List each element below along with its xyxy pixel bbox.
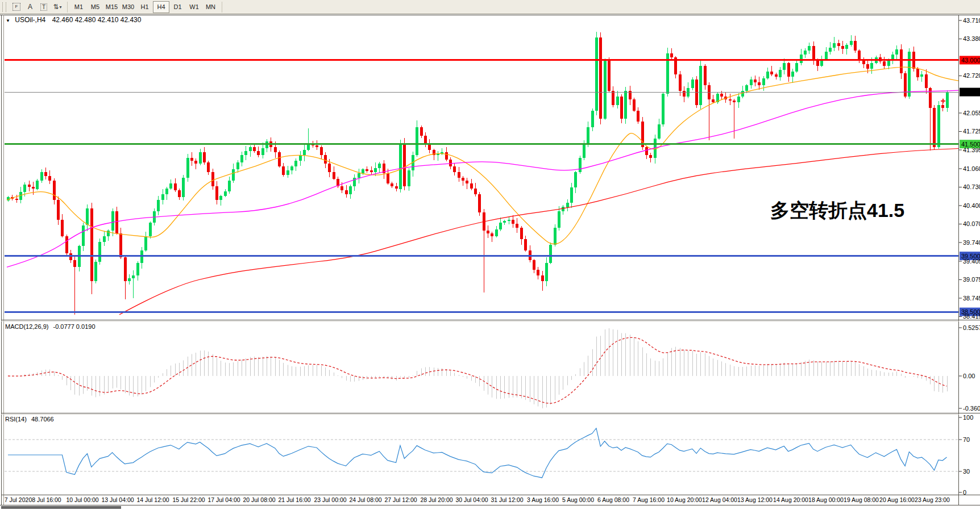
candle-body xyxy=(791,72,794,77)
candle-body xyxy=(82,225,85,246)
candle-body xyxy=(608,60,611,91)
macd-indicator: 0.52570.00-0.3603 xyxy=(8,324,980,412)
f-glyph: F xyxy=(13,3,20,11)
candle-body xyxy=(149,223,152,237)
tf-button-w1[interactable]: W1 xyxy=(186,1,202,13)
candle-body xyxy=(408,170,410,186)
text-label-icon[interactable]: A xyxy=(23,1,37,13)
candle-body xyxy=(186,158,189,178)
time-axis-label: 31 Jul 12:00 xyxy=(491,496,523,503)
candle-body xyxy=(474,189,477,194)
candle-body xyxy=(57,200,60,220)
candle-body xyxy=(866,64,869,68)
tf-button-m5[interactable]: M5 xyxy=(87,1,103,13)
candle-body xyxy=(549,245,552,263)
rsi-tick-label: 70 xyxy=(963,436,970,443)
candle-body xyxy=(699,66,702,105)
time-axis-label: 19 Aug 08:00 xyxy=(844,496,879,503)
axis-tick-label: 38.745 xyxy=(963,295,980,302)
candle-body xyxy=(649,155,652,158)
candle-body xyxy=(299,155,302,161)
cursor-mode-icon[interactable]: ⇅ ▾ xyxy=(51,1,64,13)
candle-body xyxy=(128,278,131,281)
time-axis-label: 15 Jul 22:00 xyxy=(172,496,205,503)
candle-body xyxy=(620,97,623,119)
candle-body xyxy=(787,63,790,77)
candle-body xyxy=(645,147,648,156)
candle-body xyxy=(829,48,832,52)
time-axis-label: 7 Aug 16:00 xyxy=(633,496,665,503)
rsi-tick-label: 100 xyxy=(963,414,973,421)
candle-body xyxy=(946,92,949,108)
candle-body xyxy=(437,154,439,156)
axis-tick-label: 38.415 xyxy=(963,313,980,320)
candlestick-series xyxy=(7,32,949,315)
candle-body xyxy=(53,181,56,200)
moving-average-lines xyxy=(7,67,959,315)
candle-body xyxy=(937,105,940,147)
candle-body xyxy=(520,228,523,239)
text-box-icon[interactable]: T xyxy=(37,1,51,13)
axis-tick-label: 43.710 xyxy=(963,17,980,24)
trade-markers xyxy=(941,99,945,103)
candle-body xyxy=(215,186,218,200)
dropdown-arrow-icon[interactable]: ▾ xyxy=(60,5,62,10)
mt4-window: 0.52570.00-0.3603 10070300 43.00041.5003… xyxy=(0,0,980,510)
candle-body xyxy=(161,194,164,200)
candle-body xyxy=(199,152,202,164)
candle-body xyxy=(925,74,928,89)
collapse-icon[interactable]: ▼ xyxy=(6,18,10,23)
candle-body xyxy=(503,221,506,223)
candle-body xyxy=(182,178,185,198)
tf-button-h4[interactable]: H4 xyxy=(153,1,169,13)
period-properties-icon[interactable]: F xyxy=(10,1,23,13)
candle-body xyxy=(895,49,898,55)
tf-button-d1[interactable]: D1 xyxy=(169,1,186,13)
candle-body xyxy=(345,190,348,194)
rsi-label: RSI(14) 48.7066 xyxy=(5,416,54,423)
tf-button-mn[interactable]: MN xyxy=(202,1,219,13)
time-axis-label: 21 Jul 16:00 xyxy=(278,496,310,503)
axis-tick-label: 42.055 xyxy=(963,110,980,116)
horizontal-scrollbar-thumb[interactable] xyxy=(1,506,121,509)
candle-body xyxy=(733,101,736,102)
candle-body xyxy=(124,257,127,281)
tf-button-h1[interactable]: H1 xyxy=(136,1,153,13)
candle-body xyxy=(579,158,582,172)
candle-body xyxy=(833,43,836,47)
candle-body xyxy=(61,220,64,237)
candle-body xyxy=(211,172,214,186)
tf-button-m1[interactable]: M1 xyxy=(70,1,87,13)
time-axis-label: 10 Jul 00:00 xyxy=(66,496,98,503)
candle-body xyxy=(812,46,815,60)
candle-body xyxy=(73,260,76,267)
candle-body xyxy=(387,173,389,183)
tf-button-m15[interactable]: M15 xyxy=(103,1,120,13)
candle-body xyxy=(679,74,682,91)
toolbar: F A T ⇅ ▾ M1 M5 M15 M30 H1 H4 D1 W1 MN xyxy=(0,0,980,14)
candle-body xyxy=(23,185,26,193)
candle-body xyxy=(491,233,493,236)
candle-body xyxy=(516,224,518,228)
candle-body xyxy=(358,173,360,177)
candle-body xyxy=(524,239,527,250)
candle-body xyxy=(424,136,427,144)
time-axis-label: 28 Jul 20:00 xyxy=(420,496,452,503)
toolbar-grip[interactable] xyxy=(2,2,6,12)
candle-body xyxy=(416,127,418,155)
candle-body xyxy=(574,172,577,187)
candle-body xyxy=(111,211,114,231)
rsi-line xyxy=(8,428,947,478)
tf-button-m30[interactable]: M30 xyxy=(120,1,136,13)
time-axis-label: 20 Jul 08:00 xyxy=(243,496,275,503)
candle-body xyxy=(449,160,452,166)
time-axis-label: 14 Aug 20:00 xyxy=(773,496,808,503)
candle-body xyxy=(533,260,535,270)
candle-body xyxy=(294,161,297,166)
candle-body xyxy=(558,211,560,228)
macd-tick-label: -0.3603 xyxy=(963,405,980,412)
candle-body xyxy=(328,164,331,172)
price-axis: 43.00041.50039.50038.50042.43043.71043.3… xyxy=(959,17,980,320)
axis-tick-label: 40.400 xyxy=(963,202,980,209)
candle-body xyxy=(420,127,423,136)
